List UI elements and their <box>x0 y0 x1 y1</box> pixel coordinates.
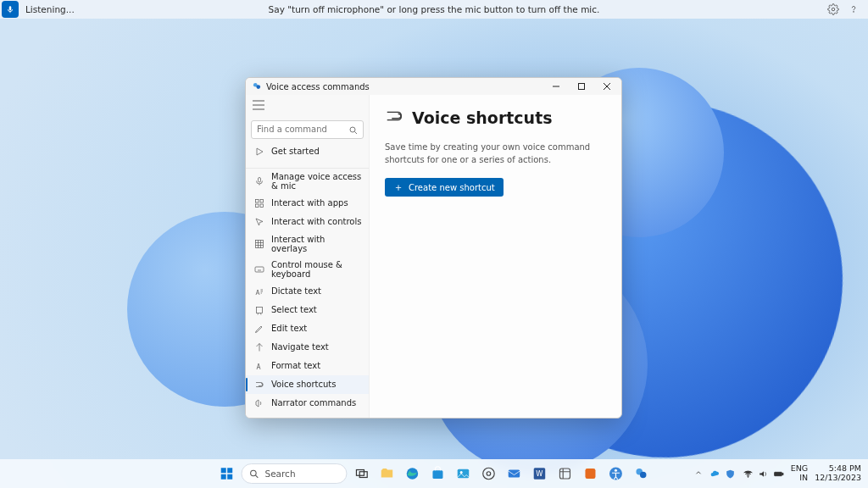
start-button[interactable] <box>215 463 237 485</box>
nav-label: Interact with apps <box>271 198 348 208</box>
select-icon <box>254 305 264 315</box>
grid-icon <box>254 239 264 249</box>
dictate-icon <box>254 286 264 297</box>
taskbar-app-snip[interactable] <box>554 463 576 485</box>
onedrive-icon <box>709 469 721 480</box>
titlebar[interactable]: Voice access commands <box>246 78 621 95</box>
taskbar-app-photos[interactable] <box>453 463 475 485</box>
taskbar-app-voice-access[interactable] <box>631 463 653 485</box>
page-heading: Voice shortcuts <box>412 108 553 127</box>
nav-interact-controls[interactable]: Interact with controls <box>246 213 369 231</box>
nav-edit-text[interactable]: Edit text <box>246 319 369 338</box>
voice-access-bar: Listening... Say "turn off microphone" o… <box>0 0 868 19</box>
settings-icon[interactable] <box>827 3 839 15</box>
nav-manage-mic[interactable]: Manage voice access & mic <box>246 168 369 194</box>
taskbar-app-edge[interactable] <box>402 463 424 485</box>
svg-rect-24 <box>433 470 443 479</box>
help-icon[interactable] <box>848 3 860 15</box>
clock[interactable]: 5:48 PM 12/13/2023 <box>815 464 861 483</box>
nav-format-text[interactable]: Format text <box>246 357 369 375</box>
mic-icon <box>254 176 264 186</box>
tray-overflow-button[interactable] <box>694 469 703 479</box>
task-view-button[interactable] <box>351 463 373 485</box>
command-search[interactable] <box>251 119 364 139</box>
search-icon <box>348 123 359 139</box>
svg-rect-13 <box>255 267 264 272</box>
language-indicator[interactable]: ENG IN <box>791 464 808 483</box>
sidebar: Get started Manage voice access & mic In… <box>246 95 370 418</box>
cursor-icon <box>254 217 264 227</box>
svg-rect-40 <box>782 473 783 474</box>
nav-voice-shortcuts[interactable]: Voice shortcuts <box>246 375 369 394</box>
taskbar-app-hub[interactable] <box>580 463 602 485</box>
taskbar-app-accessibility[interactable] <box>605 463 627 485</box>
nav-interact-apps[interactable]: Interact with apps <box>246 194 369 213</box>
svg-rect-11 <box>260 204 264 208</box>
narrator-icon <box>254 398 264 408</box>
hamburger-icon[interactable] <box>246 95 369 118</box>
svg-rect-33 <box>586 469 596 479</box>
svg-rect-10 <box>256 204 259 208</box>
svg-point-2 <box>854 12 854 13</box>
nav-get-started[interactable]: Get started <box>246 142 369 161</box>
nav-label: Narrator commands <box>271 398 356 408</box>
nav-interact-overlays[interactable]: Interact with overlays <box>246 231 369 257</box>
taskbar-app-store[interactable] <box>427 463 449 485</box>
app-icon <box>251 80 263 92</box>
nav-list: Get started Manage voice access & mic In… <box>246 142 369 419</box>
svg-rect-14 <box>257 307 263 313</box>
svg-point-35 <box>615 469 617 472</box>
nav-navigate-text[interactable]: Navigate text <box>246 338 369 357</box>
taskbar-app-word[interactable]: W <box>529 463 551 485</box>
play-icon <box>254 147 264 157</box>
navigate-icon <box>254 342 264 352</box>
taskbar: Search W ENG IN 5:48 PM 12/13/ <box>0 459 868 488</box>
network-sound-battery[interactable] <box>743 469 784 480</box>
nav-label: Interact with controls <box>271 217 361 226</box>
voice-shortcuts-icon <box>385 107 403 129</box>
system-tray[interactable] <box>709 469 736 480</box>
nav-label: Navigate text <box>271 342 329 352</box>
close-button[interactable] <box>594 78 620 95</box>
svg-rect-7 <box>259 177 261 182</box>
pencil-icon <box>254 324 264 334</box>
nav-label: Voice shortcuts <box>271 380 336 389</box>
svg-point-6 <box>350 127 355 132</box>
lang-region: IN <box>799 474 808 483</box>
svg-point-20 <box>251 470 257 476</box>
nav-dictate-text[interactable]: Dictate text <box>246 282 369 301</box>
nav-select-text[interactable]: Select text <box>246 301 369 319</box>
svg-rect-8 <box>256 199 259 202</box>
svg-rect-12 <box>256 240 264 247</box>
taskbar-app-mail[interactable] <box>504 463 526 485</box>
svg-rect-9 <box>260 199 264 202</box>
defender-icon <box>725 469 736 480</box>
svg-rect-22 <box>359 472 367 478</box>
sound-icon <box>758 469 769 480</box>
svg-rect-41 <box>775 473 779 474</box>
svg-rect-25 <box>458 469 470 479</box>
search-input[interactable] <box>251 120 364 139</box>
mic-button[interactable] <box>2 1 19 18</box>
nav-label: Manage voice access & mic <box>271 172 362 191</box>
nav-label: Edit text <box>271 324 307 333</box>
maximize-button[interactable] <box>569 78 594 95</box>
taskbar-search-placeholder: Search <box>264 469 295 479</box>
svg-point-28 <box>483 468 495 480</box>
voice-status-text: Listening... <box>25 4 75 14</box>
svg-rect-29 <box>509 470 520 478</box>
svg-point-37 <box>640 472 647 479</box>
wifi-icon <box>743 469 754 480</box>
svg-rect-16 <box>221 468 226 473</box>
taskbar-app-settings[interactable] <box>478 463 500 485</box>
nav-narrator[interactable]: Narrator commands <box>246 394 369 413</box>
taskbar-search[interactable]: Search <box>241 463 347 484</box>
button-label: Create new shortcut <box>409 183 495 192</box>
svg-rect-21 <box>357 470 364 476</box>
taskbar-app-explorer[interactable] <box>376 463 398 485</box>
nav-mouse-keyboard[interactable]: Control mouse & keyboard <box>246 257 369 282</box>
create-shortcut-button[interactable]: ＋ Create new shortcut <box>385 178 504 197</box>
svg-point-38 <box>748 476 748 477</box>
format-icon <box>254 361 264 371</box>
minimize-button[interactable] <box>543 78 569 95</box>
